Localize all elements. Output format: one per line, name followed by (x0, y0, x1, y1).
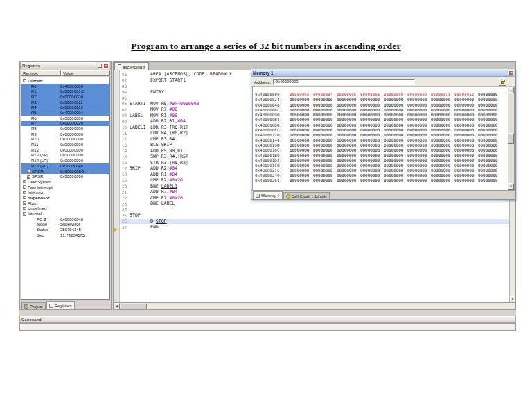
memory-value[interactable]: 00000000 (478, 128, 502, 133)
memory-value[interactable]: 00000006 (360, 93, 384, 98)
memory-value[interactable]: 00000000 (454, 103, 478, 108)
memory-value[interactable]: 00000000 (360, 168, 384, 173)
memory-value[interactable]: 00000000 (478, 108, 502, 113)
memory-value[interactable]: 00000000 (407, 179, 431, 183)
memory-row[interactable]: 0x4000006C:00000000000000000000000000000… (255, 108, 508, 113)
command-window-body[interactable] (19, 323, 516, 331)
register-row[interactable]: R110x00000000 (21, 142, 109, 147)
internal-row[interactable]: States380794145 (21, 227, 109, 232)
register-row[interactable]: R40x00000012 (21, 104, 109, 110)
code-line[interactable]: 25STOP (120, 212, 509, 219)
memory-value[interactable]: 00000000 (290, 168, 313, 173)
memory-value[interactable]: 00000000 (454, 179, 478, 183)
memory-value[interactable]: 00000000 (431, 108, 454, 113)
memory-value[interactable]: 00000000 (313, 108, 337, 113)
memory-value[interactable]: 00000000 (431, 163, 454, 168)
memory-value[interactable]: 00000000 (360, 138, 384, 143)
memory-value[interactable]: 00000000 (454, 128, 478, 133)
tab-registers[interactable]: Registers (46, 301, 75, 309)
memory-value[interactable]: 00000000 (290, 174, 313, 179)
memory-value[interactable]: 00000000 (478, 163, 502, 168)
memory-value[interactable]: 00000000 (407, 158, 431, 163)
memory-value[interactable]: 00000000 (407, 133, 431, 138)
memory-value[interactable]: 00000000 (407, 174, 431, 179)
internal-row[interactable]: Sec31.73284575 (21, 232, 109, 238)
memory-value[interactable]: 00000000 (384, 98, 407, 102)
memory-row[interactable]: 0x400001D4:00000000000000000000000000000… (255, 158, 508, 163)
memory-value[interactable]: 00000000 (337, 113, 360, 118)
internal-row[interactable]: ModeSupervisor (21, 222, 109, 228)
memory-value[interactable]: 00000000 (384, 108, 407, 113)
memory-value[interactable]: 00000000 (431, 103, 454, 108)
memory-value[interactable]: 00000000 (360, 154, 384, 158)
memory-value[interactable]: 00000000 (290, 154, 313, 158)
scroll-down-icon[interactable]: ▼ (510, 296, 516, 302)
memory-value[interactable]: 00000000 (337, 163, 360, 168)
memory-value[interactable]: 00000000 (407, 98, 431, 102)
memory-value[interactable]: 00000000 (360, 179, 384, 183)
memory-value[interactable]: 00000000 (313, 128, 337, 133)
register-row[interactable]: R30x00000011 (21, 100, 109, 105)
memory-value[interactable]: 00000000 (360, 158, 384, 163)
memory-value[interactable]: 00000000 (337, 103, 360, 108)
scroll-down-icon[interactable]: ▼ (508, 183, 514, 190)
memory-value[interactable]: 00000000 (337, 138, 360, 143)
scrollbar-thumb[interactable] (121, 304, 147, 309)
tab-memory-1[interactable]: Memory 1 (253, 191, 283, 199)
memory-row[interactable]: 0x40000120:00000000000000000000000000000… (255, 133, 508, 138)
memory-value[interactable]: 00000000 (290, 98, 313, 102)
memory-value[interactable]: 00000000 (337, 108, 360, 113)
memory-value[interactable]: 00000000 (313, 98, 337, 102)
tab-call-stack-locals[interactable]: Call Stack + Locals (283, 192, 330, 199)
column-value[interactable]: Value (61, 70, 110, 76)
memory-row[interactable]: 0x40000048:00000000000000000000000000000… (255, 103, 508, 108)
memory-row[interactable]: 0x40000264:00000000000000000000000000000… (255, 179, 508, 183)
memory-vertical-scrollbar[interactable]: ▲ ▼ (508, 87, 514, 190)
memory-value[interactable]: 00000000 (337, 168, 360, 173)
memory-value[interactable]: 00000000 (478, 133, 502, 138)
memory-value[interactable]: 00000000 (384, 148, 407, 153)
memory-value[interactable]: 00000000 (407, 143, 431, 148)
memory-window-header[interactable]: Memory 1 × (251, 69, 515, 77)
tree-expander-icon[interactable]: + (23, 185, 26, 189)
memory-value[interactable]: 00000011 (431, 93, 454, 98)
register-row[interactable]: R80x00000000 (21, 126, 109, 131)
memory-value[interactable]: 00000000 (360, 128, 384, 133)
memory-value[interactable]: 00000000 (313, 103, 337, 108)
memory-value[interactable]: 00000000 (290, 123, 313, 128)
memory-value[interactable]: 00000000 (454, 123, 478, 128)
register-group-row[interactable]: +User/System (21, 179, 109, 185)
register-row[interactable]: R70x00000020 (21, 121, 109, 127)
memory-value[interactable]: 00000000 (407, 103, 431, 108)
memory-value[interactable]: 00000000 (290, 179, 313, 183)
memory-row[interactable]: 0x400000D8:00000000000000000000000000000… (255, 123, 508, 128)
register-row[interactable]: R120x00000000 (21, 147, 109, 153)
memory-value[interactable]: 00000000 (478, 168, 502, 173)
memory-value[interactable]: 00000000 (290, 128, 313, 133)
tree-expander-icon[interactable]: + (23, 207, 26, 210)
memory-value[interactable]: 00000004 (313, 93, 337, 98)
memory-value[interactable]: 00000000 (360, 98, 384, 102)
memory-value[interactable]: 00000000 (431, 154, 454, 158)
memory-row[interactable]: 0x40000144:00000000000000000000000000000… (255, 138, 508, 143)
tab-project[interactable]: Project (21, 302, 46, 309)
memory-row[interactable]: 0x400000B4:00000000000000000000000000000… (255, 118, 508, 122)
register-row[interactable]: R13 (SP)0x00000000 (21, 153, 109, 158)
internal-row[interactable]: PC $0x00000048 (21, 217, 109, 222)
pin-icon[interactable] (98, 64, 102, 68)
memory-value[interactable]: 00000000 (407, 168, 431, 173)
memory-value[interactable]: 00000000 (407, 113, 431, 118)
memory-value[interactable]: 00000000 (313, 163, 337, 168)
memory-row[interactable]: 0x40000000:00000003000000040000000500000… (255, 93, 508, 98)
memory-value[interactable]: 00000000 (454, 168, 478, 173)
memory-value[interactable]: 00000000 (407, 163, 431, 168)
code-line[interactable]: 23BNE LABEL (120, 201, 509, 207)
memory-value[interactable]: 00000000 (290, 118, 313, 122)
memory-value[interactable]: 00000000 (407, 154, 431, 158)
memory-value[interactable]: 00000000 (313, 154, 337, 158)
memory-value[interactable]: 00000000 (337, 128, 360, 133)
memory-value[interactable]: 00000000 (337, 143, 360, 148)
memory-value[interactable]: 00000000 (384, 128, 407, 133)
scroll-up-icon[interactable]: ▲ (508, 87, 514, 93)
register-group-row[interactable]: +Undefined (21, 206, 109, 212)
